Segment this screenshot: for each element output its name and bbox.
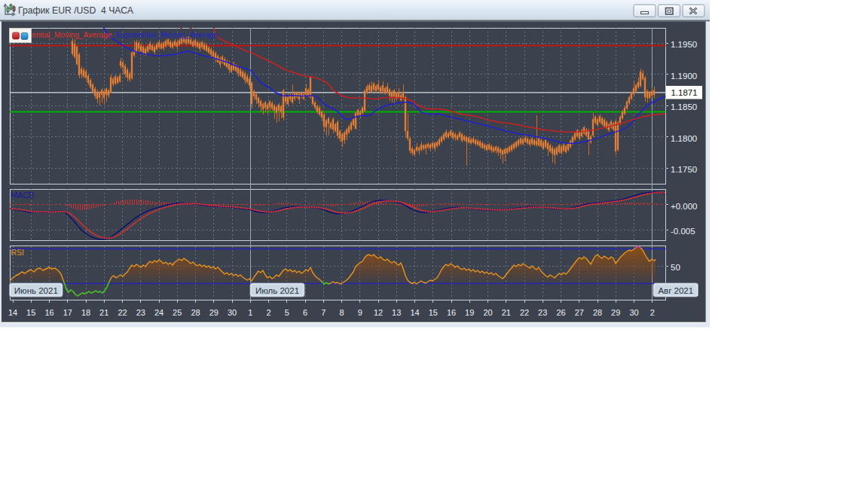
- svg-text:14: 14: [410, 308, 419, 317]
- svg-text:ential_Moving_Average: ential_Moving_Average: [32, 31, 112, 39]
- svg-text:7: 7: [321, 308, 326, 317]
- svg-text:15: 15: [26, 308, 35, 317]
- svg-text:-0.005: -0.005: [671, 227, 695, 236]
- svg-text:1.1950: 1.1950: [671, 40, 697, 49]
- svg-text:25: 25: [173, 308, 182, 317]
- svg-text:18: 18: [81, 308, 90, 317]
- svg-text:Авг 2021: Авг 2021: [658, 286, 693, 295]
- svg-text:50: 50: [671, 263, 680, 272]
- svg-text:+0.000: +0.000: [671, 202, 698, 211]
- svg-text:2: 2: [650, 308, 655, 317]
- svg-text:23: 23: [538, 308, 547, 317]
- svg-text:28: 28: [191, 308, 200, 317]
- svg-text:29: 29: [611, 308, 620, 317]
- svg-text:12: 12: [374, 308, 383, 317]
- svg-text:График EUR /USD 4 ЧАСА: График EUR /USD 4 ЧАСА: [18, 5, 134, 16]
- svg-text:23: 23: [136, 308, 145, 317]
- svg-text:1: 1: [248, 308, 252, 317]
- svg-text:30: 30: [629, 308, 638, 317]
- svg-text:16: 16: [447, 308, 456, 317]
- svg-text:5: 5: [285, 308, 289, 317]
- svg-text:16: 16: [44, 308, 53, 317]
- svg-text:Июль 2021: Июль 2021: [255, 286, 299, 295]
- svg-text:19: 19: [465, 308, 474, 317]
- svg-text:20: 20: [483, 308, 492, 317]
- svg-text:9: 9: [358, 308, 362, 317]
- svg-text:21: 21: [99, 308, 108, 317]
- svg-text:Июнь 2021: Июнь 2021: [14, 286, 58, 295]
- svg-text:29: 29: [209, 308, 219, 317]
- svg-text:6: 6: [303, 308, 307, 317]
- svg-text:30: 30: [228, 308, 237, 317]
- svg-text:1.1850: 1.1850: [671, 102, 697, 111]
- svg-text:RSI: RSI: [11, 248, 25, 257]
- svg-text:15: 15: [429, 308, 438, 317]
- svg-text:8: 8: [339, 308, 344, 317]
- svg-text:17: 17: [63, 308, 72, 317]
- svg-text:21: 21: [502, 308, 511, 317]
- svg-text:13: 13: [392, 308, 401, 317]
- svg-text:MACD: MACD: [11, 191, 35, 200]
- svg-text:2: 2: [266, 308, 270, 317]
- svg-text:14: 14: [8, 308, 17, 317]
- svg-text:22: 22: [520, 308, 529, 317]
- svg-text:1.1900: 1.1900: [671, 72, 697, 81]
- svg-text:22: 22: [118, 308, 127, 317]
- svg-text:28: 28: [593, 308, 602, 317]
- svg-text:1.1800: 1.1800: [671, 134, 697, 143]
- svg-text:1.1750: 1.1750: [671, 165, 697, 174]
- svg-text:26: 26: [556, 308, 565, 317]
- svg-text:24: 24: [154, 308, 164, 317]
- svg-text:27: 27: [575, 308, 584, 317]
- svg-text:1.1871: 1.1871: [671, 88, 697, 97]
- svg-text:Exponential_Moving_Average: Exponential_Moving_Average: [116, 31, 219, 39]
